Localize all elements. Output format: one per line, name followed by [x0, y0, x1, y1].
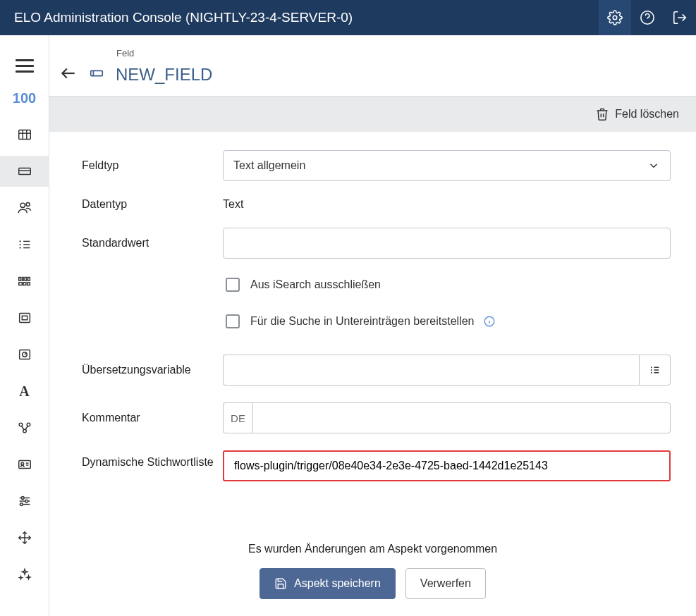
sidebar-item-forms[interactable] — [0, 156, 49, 187]
sidebar-item-barcode[interactable] — [0, 266, 49, 297]
comment-label: Kommentar — [82, 412, 223, 424]
svg-rect-18 — [18, 278, 20, 281]
logout-icon — [672, 10, 688, 25]
list-icon — [649, 364, 661, 376]
topbar-actions — [599, 0, 696, 35]
help-button[interactable] — [631, 0, 664, 35]
delete-field-button[interactable]: Feld löschen — [595, 107, 679, 121]
datatype-value: Text — [223, 198, 671, 211]
sidebar-item-tables[interactable] — [0, 119, 49, 150]
settings-button[interactable] — [599, 0, 631, 35]
comment-input[interactable] — [252, 402, 671, 433]
table-icon — [17, 127, 32, 142]
svg-rect-19 — [22, 278, 23, 281]
fieldtype-value: Text allgemein — [233, 159, 305, 172]
field-icon — [89, 66, 104, 83]
provide-subentries-label[interactable]: Für die Suche in Untereinträgen bereitst… — [250, 315, 475, 328]
menu-toggle-button[interactable] — [16, 56, 34, 75]
sidebar: 100 A — [0, 35, 49, 616]
provide-subentries-checkbox[interactable] — [226, 314, 240, 328]
changes-message: Es wurden Änderungen am Aspekt vorgenomm… — [248, 543, 497, 555]
svg-point-10 — [20, 203, 25, 207]
info-icon — [483, 315, 496, 328]
sidebar-item-dashboard[interactable] — [0, 339, 49, 370]
sidebar-item-panel[interactable] — [0, 302, 49, 333]
svg-point-41 — [25, 500, 28, 503]
svg-rect-4 — [18, 130, 30, 140]
svg-point-40 — [21, 497, 24, 500]
dashboard-icon — [17, 347, 32, 362]
sliders-icon — [17, 493, 32, 509]
users-icon — [17, 200, 32, 216]
svg-rect-23 — [23, 283, 26, 285]
svg-point-12 — [19, 240, 20, 242]
sidebar-item-fonts[interactable]: A — [0, 376, 49, 407]
help-icon — [640, 10, 655, 25]
svg-rect-8 — [18, 168, 30, 174]
list-icon — [17, 237, 32, 252]
sidebar-item-move[interactable] — [0, 522, 49, 553]
logout-button[interactable] — [664, 0, 696, 35]
barcode-icon — [17, 273, 32, 289]
comment-lang-badge: DE — [223, 402, 252, 433]
svg-rect-44 — [91, 70, 103, 75]
sidebar-item-lists[interactable] — [0, 229, 49, 260]
default-label: Standardwert — [82, 237, 223, 250]
delete-field-label: Feld löschen — [615, 108, 679, 121]
panel-icon — [17, 310, 32, 326]
svg-rect-21 — [28, 278, 30, 281]
idcard-icon — [17, 457, 32, 472]
font-icon: A — [19, 383, 29, 400]
svg-point-49 — [651, 366, 652, 368]
exclude-isearch-label[interactable]: Aus iSearch ausschließen — [250, 278, 381, 291]
workflow-icon — [17, 420, 32, 436]
svg-point-0 — [613, 16, 617, 20]
app-title: ELO Administration Console (NIGHTLY-23-4… — [14, 10, 599, 25]
move-icon — [17, 530, 32, 546]
arrow-left-icon — [59, 64, 78, 82]
page-title: NEW_FIELD — [116, 65, 212, 85]
svg-line-29 — [25, 353, 26, 355]
translation-picker-button[interactable] — [639, 355, 671, 386]
translation-input[interactable] — [223, 355, 639, 386]
footer: Es wurden Änderungen am Aspekt vorgenomm… — [49, 526, 696, 616]
svg-point-50 — [651, 369, 652, 371]
sidebar-item-sparkle[interactable] — [0, 559, 49, 590]
svg-point-13 — [19, 244, 20, 245]
exclude-isearch-checkbox[interactable] — [226, 278, 240, 292]
svg-rect-22 — [18, 283, 22, 285]
datatype-label: Datentyp — [82, 198, 223, 211]
info-button[interactable] — [483, 315, 496, 328]
breadcrumb: Feld — [63, 48, 696, 64]
discard-button[interactable]: Verwerfen — [405, 568, 486, 599]
topbar: ELO Administration Console (NIGHTLY-23-4… — [0, 0, 696, 35]
svg-rect-25 — [19, 314, 30, 323]
fieldtype-label: Feldtyp — [82, 159, 223, 172]
svg-rect-26 — [22, 316, 27, 320]
sidebar-item-id[interactable] — [0, 449, 49, 480]
fieldtype-select[interactable]: Text allgemein — [223, 150, 671, 181]
gear-icon — [607, 10, 623, 25]
svg-rect-24 — [27, 283, 30, 285]
save-icon — [274, 577, 287, 590]
svg-rect-20 — [25, 278, 27, 281]
svg-point-14 — [19, 247, 20, 248]
save-label: Aspekt speichern — [294, 577, 381, 590]
svg-point-42 — [20, 503, 23, 506]
sparkle-icon — [17, 567, 32, 582]
page-header: Feld NEW_FIELD — [49, 35, 696, 97]
back-button[interactable] — [59, 64, 78, 85]
sidebar-item-workflow[interactable] — [0, 412, 49, 443]
form-icon — [17, 164, 32, 179]
sidebar-item-sliders[interactable] — [0, 486, 49, 517]
svg-point-51 — [651, 372, 652, 374]
trash-icon — [595, 107, 609, 121]
svg-point-34 — [20, 462, 23, 465]
save-button[interactable]: Aspekt speichern — [260, 568, 396, 599]
svg-point-11 — [26, 202, 30, 206]
chevron-down-icon — [647, 159, 660, 172]
svg-rect-33 — [18, 461, 30, 469]
default-input[interactable] — [223, 228, 671, 259]
keywordlist-input[interactable] — [223, 450, 671, 481]
sidebar-item-users[interactable] — [0, 192, 49, 223]
